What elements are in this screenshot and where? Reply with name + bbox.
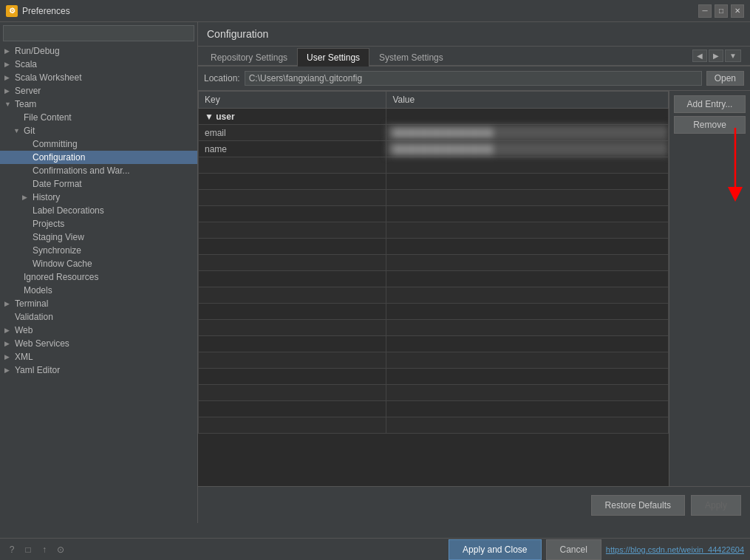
workspace-icon[interactable]: □ (22, 544, 34, 556)
sidebar-label-scala-worksheet: Scala Worksheet (15, 72, 191, 83)
apply-button[interactable]: Apply (691, 495, 741, 516)
cell-key-16 (199, 369, 386, 385)
cell-key-10 (199, 271, 386, 287)
cell-key-2: name (199, 141, 386, 157)
red-arrow-annotation (691, 128, 750, 216)
settings-icon[interactable]: ⊙ (55, 544, 67, 556)
tab-bar: Repository Settings User Settings System… (198, 47, 750, 66)
restore-defaults-button[interactable]: Restore Defaults (591, 495, 685, 516)
cell-key-17 (199, 385, 386, 401)
back-button[interactable]: ◀ (692, 49, 707, 62)
nav-dropdown-button[interactable]: ▼ (725, 49, 741, 62)
sidebar-item-ignored-resources[interactable]: Ignored Resources (0, 270, 197, 284)
sidebar-item-file-content[interactable]: File Content (0, 111, 197, 124)
sidebar-item-team[interactable]: ▼Team (0, 98, 197, 111)
nav-arrows: ◀ ▶ ▼ (692, 49, 741, 62)
sidebar-item-scala[interactable]: ▶Scala (0, 58, 197, 71)
sidebar-item-projects[interactable]: Projects (0, 217, 197, 231)
table-row[interactable]: email████████████████ (199, 125, 669, 141)
minimize-button[interactable]: ─ (698, 4, 712, 18)
cell-value-4 (386, 174, 669, 190)
sidebar-label-validation: Validation (15, 312, 191, 322)
table-row[interactable] (199, 239, 669, 255)
svg-marker-1 (728, 187, 743, 202)
sidebar-item-validation[interactable]: Validation (0, 310, 197, 324)
sidebar-item-history[interactable]: ▶History (0, 191, 197, 204)
sidebar-label-team: Team (15, 99, 191, 109)
table-row[interactable] (199, 304, 669, 320)
table-row[interactable] (199, 206, 669, 222)
table-row[interactable] (199, 255, 669, 271)
table-row[interactable] (199, 336, 669, 352)
close-button[interactable]: ✕ (731, 4, 744, 18)
cell-value-19 (386, 417, 669, 434)
sidebar-item-window-cache[interactable]: Window Cache (0, 257, 197, 270)
tab-repository[interactable]: Repository Settings (201, 48, 297, 66)
column-value: Value (386, 92, 669, 109)
sidebar-item-server[interactable]: ▶Server (0, 84, 197, 98)
table-row[interactable]: ▼ user (199, 109, 669, 125)
config-table: Key Value ▼ user email████████████████ n… (198, 91, 669, 434)
sidebar-item-staging-view[interactable]: Staging View (0, 231, 197, 244)
table-row[interactable]: name████████████████ (199, 141, 669, 157)
sidebar-item-date-format[interactable]: Date Format (0, 177, 197, 191)
table-row[interactable] (199, 417, 669, 434)
sidebar-label-configuration: Configuration (33, 152, 191, 163)
table-row[interactable] (199, 287, 669, 304)
sidebar-label-synchronize: Synchronize (33, 245, 191, 256)
export-icon[interactable]: ↑ (38, 544, 50, 556)
sidebar-item-scala-worksheet[interactable]: ▶Scala Worksheet (0, 71, 197, 84)
remove-button[interactable]: Remove (674, 116, 746, 134)
tree-arrow-server: ▶ (4, 87, 13, 95)
table-row[interactable] (199, 190, 669, 206)
sidebar-item-run-debug[interactable]: ▶Run/Debug (0, 44, 197, 58)
table-row[interactable] (199, 352, 669, 369)
add-entry-button[interactable]: Add Entry... (674, 95, 746, 113)
forward-button[interactable]: ▶ (709, 49, 723, 62)
sidebar-item-yaml-editor[interactable]: ▶Yaml Editor (0, 363, 197, 377)
sidebar-label-committing: Committing (33, 139, 191, 149)
tab-system[interactable]: System Settings (369, 48, 453, 66)
table-row[interactable] (199, 385, 669, 401)
cell-value-6 (386, 206, 669, 222)
maximize-button[interactable]: □ (715, 4, 728, 18)
cell-value-18 (386, 401, 669, 417)
sidebar-item-synchronize[interactable]: Synchronize (0, 244, 197, 257)
table-container: Key Value ▼ user email████████████████ n… (198, 91, 750, 486)
sidebar-item-web-services[interactable]: ▶Web Services (0, 337, 197, 350)
location-bar: Location: Open (198, 66, 750, 91)
table-row[interactable] (199, 320, 669, 336)
cell-value-13 (386, 320, 669, 336)
page-title: Configuration (207, 28, 268, 40)
table-row[interactable] (199, 174, 669, 190)
table-row[interactable] (199, 271, 669, 287)
cell-value-5 (386, 190, 669, 206)
table-row[interactable] (199, 401, 669, 417)
help-icon[interactable]: ? (6, 544, 18, 556)
sidebar-item-xml[interactable]: ▶XML (0, 350, 197, 363)
sidebar-label-scala: Scala (15, 59, 191, 69)
apply-close-button[interactable]: Apply and Close (449, 539, 541, 560)
sidebar-item-configuration[interactable]: Configuration (0, 151, 197, 164)
location-input[interactable] (245, 71, 702, 86)
sidebar-label-server: Server (15, 86, 191, 96)
sidebar-item-committing[interactable]: Committing (0, 137, 197, 151)
sidebar-item-confirmations[interactable]: Confirmations and War... (0, 164, 197, 177)
sidebar-item-models[interactable]: Models (0, 284, 197, 297)
blog-link[interactable]: https://blog.csdn.net/weixin_44422604 (606, 545, 744, 554)
sidebar-item-web[interactable]: ▶Web (0, 324, 197, 337)
tree-arrow-scala-worksheet: ▶ (4, 74, 13, 81)
table-row[interactable] (199, 369, 669, 385)
table-row[interactable] (199, 222, 669, 239)
tree-arrow-history: ▶ (22, 194, 31, 201)
cell-value-2: ████████████████ (386, 141, 669, 157)
tab-user-settings[interactable]: User Settings (297, 48, 369, 66)
cell-key-18 (199, 401, 386, 417)
sidebar-item-label-decorations[interactable]: Label Decorations (0, 204, 197, 217)
sidebar-item-terminal[interactable]: ▶Terminal (0, 297, 197, 310)
cancel-button[interactable]: Cancel (546, 539, 601, 560)
table-row[interactable] (199, 157, 669, 174)
sidebar-item-git[interactable]: ▼Git (0, 124, 197, 137)
search-input[interactable] (3, 25, 194, 41)
open-button[interactable]: Open (706, 71, 744, 86)
